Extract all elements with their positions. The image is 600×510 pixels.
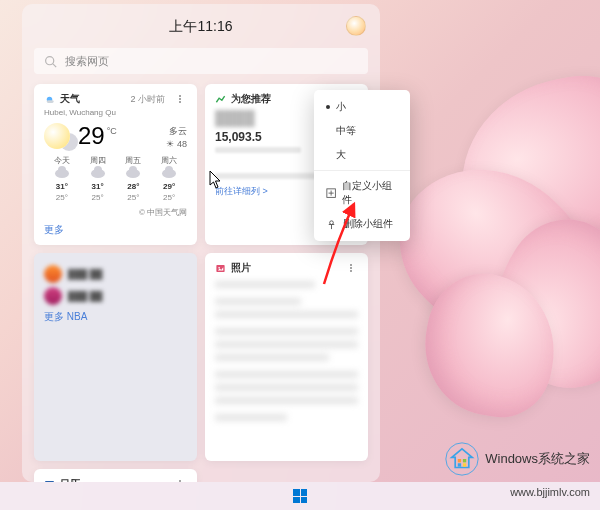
team-logo-1	[44, 265, 62, 283]
photos-icon	[215, 263, 226, 274]
watermark-url: www.bjjimlv.com	[510, 486, 590, 498]
watermark-text: Windows系统之家	[485, 450, 590, 468]
svg-rect-3	[47, 100, 54, 103]
sports-widget[interactable]: ███ ██ ███ ██ 更多 NBA	[34, 253, 197, 461]
photos-widget[interactable]: 照片	[205, 253, 368, 461]
weather-widget[interactable]: 天气 2 小时前 Hubei, Wuchang Qu 29 °C 多云 ☀ 48…	[34, 84, 197, 245]
menu-size-small[interactable]: 小	[314, 95, 410, 119]
search-placeholder: 搜索网页	[65, 54, 109, 69]
weather-condition-icon	[44, 123, 70, 149]
team-logo-2	[44, 287, 62, 305]
widgets-panel: 上午11:16 搜索网页 天气 2 小时前 Hubei, Wuchang Qu …	[22, 4, 380, 482]
chart-icon	[215, 94, 226, 105]
recommended-title: 为您推荐	[231, 92, 271, 106]
widget-context-menu: 小 中等 大 自定义小组件 删除小组件	[314, 90, 410, 241]
weather-menu-button[interactable]	[173, 92, 187, 106]
svg-rect-13	[458, 463, 461, 466]
customize-icon	[326, 188, 336, 199]
menu-size-large[interactable]: 大	[314, 143, 410, 167]
svg-rect-14	[463, 463, 466, 466]
watermark-logo	[445, 442, 479, 476]
svg-point-5	[218, 267, 220, 269]
menu-remove[interactable]: 删除小组件	[314, 212, 410, 236]
photos-title: 照片	[231, 261, 251, 275]
weather-source: © 中国天气网	[44, 207, 187, 218]
weather-forecast: 今天31°25° 周四31°25° 周五28°25° 周六29°25°	[44, 155, 187, 203]
svg-point-0	[46, 56, 54, 64]
svg-rect-4	[216, 265, 224, 272]
calendar-widget[interactable]: 日历 2021 6 月▾ 一二三四五六日 123456 2829301234	[34, 469, 197, 482]
menu-size-medium[interactable]: 中等	[314, 119, 410, 143]
svg-rect-12	[463, 459, 466, 462]
weather-more-link[interactable]: 更多	[44, 223, 187, 237]
weather-temp: 29	[78, 124, 105, 148]
user-avatar[interactable]	[346, 16, 366, 36]
svg-point-9	[330, 220, 334, 224]
menu-customize[interactable]: 自定义小组件	[314, 174, 410, 212]
search-box[interactable]: 搜索网页	[34, 48, 368, 74]
sports-more-link[interactable]: 更多 NBA	[44, 310, 187, 324]
weather-temp-unit: °C	[107, 126, 117, 136]
photos-menu-button[interactable]	[344, 261, 358, 275]
start-button[interactable]	[291, 487, 309, 505]
svg-rect-11	[458, 459, 461, 462]
svg-line-1	[53, 63, 56, 66]
search-icon	[44, 55, 57, 68]
clock: 上午11:16	[169, 18, 232, 36]
weather-location: Hubei, Wuchang Qu	[44, 108, 187, 117]
weather-updated: 2 小时前	[130, 93, 165, 106]
weather-icon	[44, 94, 55, 105]
watermark: Windows系统之家	[445, 442, 590, 476]
desktop-wallpaper: 上午11:16 搜索网页 天气 2 小时前 Hubei, Wuchang Qu …	[0, 0, 600, 510]
weather-title: 天气	[60, 92, 80, 106]
unpin-icon	[326, 219, 337, 230]
